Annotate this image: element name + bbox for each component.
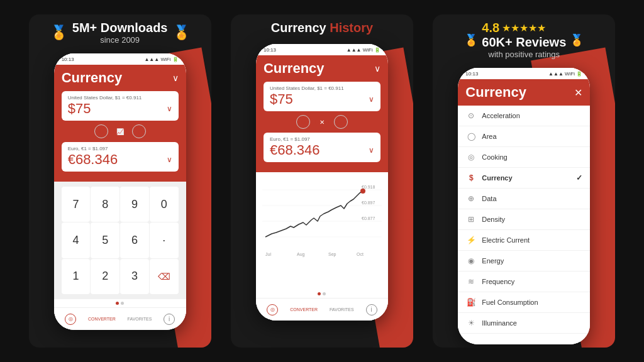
area-label: Area	[482, 133, 496, 140]
chevron-2[interactable]: ∨	[374, 63, 380, 74]
frequency-icon: ≋	[465, 276, 477, 287]
app-title-3: Currency	[465, 84, 526, 101]
laurel-left-3: 🏅	[464, 33, 478, 47]
num-2[interactable]: 2	[91, 259, 119, 294]
panel-1-header: 🏅 5M+ Downloads since 2009 🏅	[50, 21, 190, 45]
from-currency-row-2: United States Dollar, $1 = €0.911 $75 ∨	[264, 82, 380, 111]
data-label: Data	[482, 195, 496, 202]
dot-1	[116, 302, 119, 305]
energy-icon: ◉	[465, 255, 477, 266]
illuminance-label: Illuminance	[482, 319, 517, 327]
cooking-icon: ◎	[465, 151, 477, 163]
info-btn-1[interactable]: i	[164, 314, 175, 325]
menu-item-area[interactable]: ◯ Area	[458, 126, 590, 147]
refresh-icon-1[interactable]: ↻	[94, 124, 108, 138]
dot-2	[121, 302, 124, 305]
menu-item-frequency[interactable]: ≋ Frequency	[458, 272, 590, 292]
close-button-3[interactable]: ✕	[574, 87, 582, 99]
from-chevron-1[interactable]: ∨	[167, 104, 172, 113]
converter-btn-2[interactable]: CONVERTER	[290, 307, 318, 312]
chart-icon-1[interactable]: 📈	[113, 124, 127, 138]
favorites-label-1: FAVORITES	[128, 317, 152, 321]
data-icon: ⊕	[465, 193, 477, 204]
svg-text:Sep: Sep	[328, 252, 336, 257]
num-8[interactable]: 8	[91, 187, 119, 222]
converter-btn-1[interactable]: CONVERTER	[88, 317, 116, 321]
app-title-2: Currency	[264, 60, 325, 77]
from-label-1: United States Dollar, $1 = €0.911	[68, 95, 172, 101]
app-header-3[interactable]: Currency ✕	[458, 79, 590, 106]
bottom-nav-1: ◎ CONVERTER FAVORITES i	[54, 307, 186, 330]
time-2: 10:13	[264, 47, 276, 53]
menu-item-currency[interactable]: $ Currency ✓	[458, 168, 590, 189]
from-currency-row-1: United States Dollar, $1 = €0.911 $75 ∨	[62, 91, 179, 121]
info-btn-2[interactable]: i	[366, 304, 377, 315]
favorites-btn-2[interactable]: FAVORITES	[330, 307, 354, 312]
from-chevron-2[interactable]: ∨	[369, 95, 374, 104]
menu-item-electric[interactable]: ⚡ Electric Current	[458, 230, 590, 251]
since-text: since 2009	[72, 35, 168, 45]
compass-icon-2: ◎	[267, 304, 278, 315]
menu-item-data[interactable]: ⊕ Data	[458, 189, 590, 209]
nav-icon-2[interactable]: ◎	[267, 304, 278, 315]
to-chevron-2[interactable]: ∨	[369, 146, 374, 155]
svg-text:Oct: Oct	[357, 252, 364, 256]
from-amount-2: $75	[270, 91, 293, 107]
electric-icon: ⚡	[465, 234, 477, 246]
phone-3: 10:13 ▲▲▲ WiFi 🔋 Currency ✕ ⊙ Accelerati…	[458, 68, 590, 344]
signal-1: ▲▲▲ WiFi 🔋	[144, 57, 178, 62]
energy-label: Energy	[482, 257, 504, 265]
num-4[interactable]: 4	[62, 222, 91, 258]
reviews-text: 60K+ Reviews	[482, 35, 566, 50]
num-3[interactable]: 3	[120, 259, 149, 294]
num-0[interactable]: 0	[150, 187, 179, 222]
app-header-1[interactable]: Currency ∨	[54, 65, 186, 91]
num-5[interactable]: 5	[91, 222, 119, 258]
num-7[interactable]: 7	[62, 187, 91, 222]
to-chevron-1[interactable]: ∨	[167, 155, 172, 164]
currency-icon: $	[465, 172, 477, 184]
currency-menu-label: Currency	[482, 174, 512, 182]
cooking-label: Cooking	[482, 153, 507, 161]
numpad-1: 7 8 9 0 4 5 6 · 1 2 3 ⌫	[54, 182, 186, 299]
from-amount-1: $75	[68, 101, 91, 117]
density-label: Density	[482, 216, 505, 223]
dot-indicator-1	[54, 299, 186, 307]
num-del[interactable]: ⌫	[150, 259, 179, 294]
chart-svg-2: €0.918 €0.897 €0.877 Jul Aug Sep Oct	[261, 177, 383, 259]
app-title-1: Currency	[62, 70, 123, 86]
menu-item-energy[interactable]: ◉ Energy	[458, 251, 590, 272]
converter-area-2: United States Dollar, $1 = €0.911 $75 ∨ …	[256, 82, 388, 172]
svg-text:€0.897: €0.897	[362, 200, 375, 205]
nav-icon-1[interactable]: ◎	[65, 314, 76, 325]
frequency-label: Frequency	[482, 278, 514, 285]
num-6[interactable]: 6	[120, 222, 149, 258]
menu-item-fuel[interactable]: ⛽ Fuel Consumption	[458, 292, 590, 313]
density-icon: ⊞	[465, 214, 477, 225]
converter-label-1: CONVERTER	[88, 317, 116, 321]
swap-icon-2[interactable]: ↕	[334, 115, 348, 129]
menu-item-density[interactable]: ⊞ Density	[458, 209, 590, 230]
illuminance-icon: ☀	[465, 317, 477, 329]
menu-item-cooking[interactable]: ◎ Cooking	[458, 147, 590, 168]
menu-item-illuminance[interactable]: ☀ Illuminance	[458, 313, 590, 334]
status-bar-3: 10:13 ▲▲▲ WiFi 🔋	[458, 68, 590, 79]
converter-label-2: CONVERTER	[290, 307, 318, 312]
dot-indicator-2	[256, 290, 388, 298]
to-label-1: Euro, €1 = $1.097	[68, 146, 172, 151]
svg-text:€0.877: €0.877	[362, 216, 375, 221]
refresh-icon-2[interactable]: ↻	[296, 115, 310, 129]
num-dot[interactable]: ·	[150, 222, 179, 258]
num-1[interactable]: 1	[62, 259, 91, 294]
chevron-1[interactable]: ∨	[172, 73, 179, 83]
info-icon-1[interactable]: ↕	[132, 124, 146, 138]
electric-label: Electric Current	[482, 236, 530, 244]
close-icon-2[interactable]: ✕	[315, 115, 329, 129]
time-3: 10:13	[465, 71, 478, 77]
signal-3: ▲▲▲ WiFi 🔋	[548, 71, 582, 77]
menu-item-acceleration[interactable]: ⊙ Acceleration	[458, 106, 590, 126]
app-header-2[interactable]: Currency ∨	[256, 55, 388, 82]
dot-3	[318, 292, 321, 295]
favorites-btn-1[interactable]: FAVORITES	[128, 317, 152, 321]
num-9[interactable]: 9	[120, 187, 149, 222]
